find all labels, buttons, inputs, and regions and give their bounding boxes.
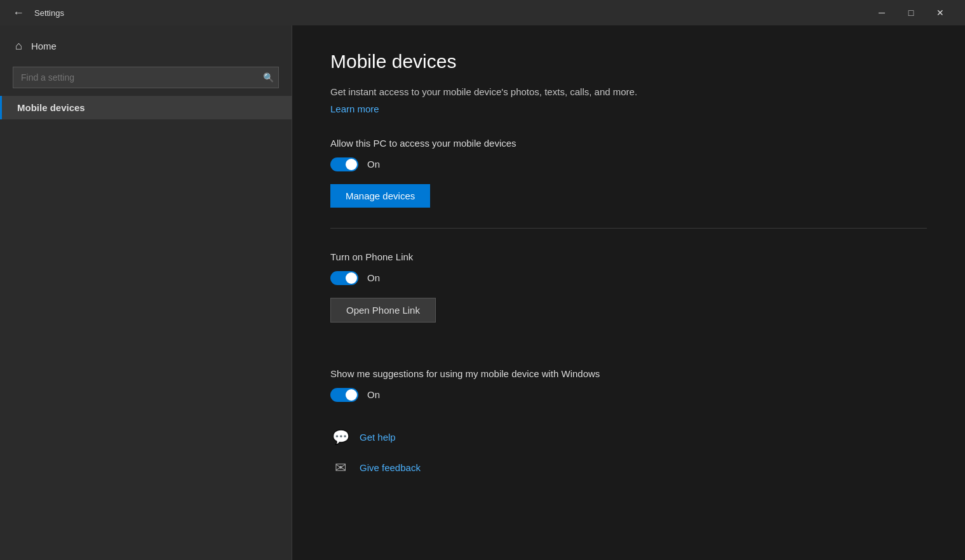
give-feedback-row[interactable]: ✉ Give feedback xyxy=(330,458,927,478)
phone-link-label: Turn on Phone Link xyxy=(330,251,927,262)
home-icon: ⌂ xyxy=(15,39,22,53)
search-icon[interactable]: 🔍 xyxy=(263,72,274,83)
search-container: 🔍 xyxy=(13,67,279,88)
sidebar-home-item[interactable]: ⌂ Home xyxy=(0,33,292,59)
give-feedback-icon: ✉ xyxy=(330,458,351,478)
page-description: Get instant access to your mobile device… xyxy=(330,85,927,100)
get-help-row[interactable]: 💬 Get help xyxy=(330,427,927,448)
open-phone-link-button[interactable]: Open Phone Link xyxy=(330,298,436,323)
maximize-button[interactable]: □ xyxy=(896,0,926,25)
titlebar-controls: ─ □ ✕ xyxy=(867,0,955,25)
get-help-link[interactable]: Get help xyxy=(360,432,396,443)
page-title: Mobile devices xyxy=(330,51,927,72)
main-content: Mobile devices Get instant access to you… xyxy=(292,25,965,560)
phone-link-toggle-knob xyxy=(346,272,357,284)
app-body: ⌂ Home 🔍 Mobile devices Mobile devices G… xyxy=(0,25,965,560)
back-button[interactable]: ← xyxy=(10,4,27,22)
sidebar-home-label: Home xyxy=(31,41,57,51)
sidebar-item-mobile-devices[interactable]: Mobile devices xyxy=(0,96,292,119)
phone-link-section: Turn on Phone Link On Open Phone Link xyxy=(330,251,927,345)
suggestions-toggle[interactable] xyxy=(330,388,358,402)
learn-more-link[interactable]: Learn more xyxy=(330,103,379,114)
suggestions-toggle-knob xyxy=(346,389,357,401)
phone-link-toggle-row: On xyxy=(330,271,927,285)
titlebar-title: Settings xyxy=(34,8,64,18)
footer-links: 💬 Get help ✉ Give feedback xyxy=(330,427,927,478)
close-button[interactable]: ✕ xyxy=(926,0,955,25)
titlebar-left: ← Settings xyxy=(10,4,64,22)
allow-access-section: Allow this PC to access your mobile devi… xyxy=(330,138,927,223)
suggestions-section: Show me suggestions for using my mobile … xyxy=(330,368,927,402)
phone-link-toggle-label: On xyxy=(367,272,380,283)
allow-access-toggle-row: On xyxy=(330,157,927,171)
suggestions-toggle-label: On xyxy=(367,389,380,400)
divider-1 xyxy=(330,228,927,229)
titlebar: ← Settings ─ □ ✕ xyxy=(0,0,965,25)
phone-link-toggle[interactable] xyxy=(330,271,358,285)
suggestions-toggle-row: On xyxy=(330,388,927,402)
allow-access-toggle-label: On xyxy=(367,159,380,170)
suggestions-label: Show me suggestions for using my mobile … xyxy=(330,368,927,379)
sidebar: ⌂ Home 🔍 Mobile devices xyxy=(0,25,292,560)
allow-access-toggle-knob xyxy=(346,159,357,170)
get-help-icon: 💬 xyxy=(330,427,351,448)
manage-devices-button[interactable]: Manage devices xyxy=(330,184,430,208)
search-input[interactable] xyxy=(13,67,279,88)
allow-access-toggle[interactable] xyxy=(330,157,358,171)
allow-access-label: Allow this PC to access your mobile devi… xyxy=(330,138,927,149)
give-feedback-link[interactable]: Give feedback xyxy=(360,462,421,473)
minimize-button[interactable]: ─ xyxy=(867,0,896,25)
